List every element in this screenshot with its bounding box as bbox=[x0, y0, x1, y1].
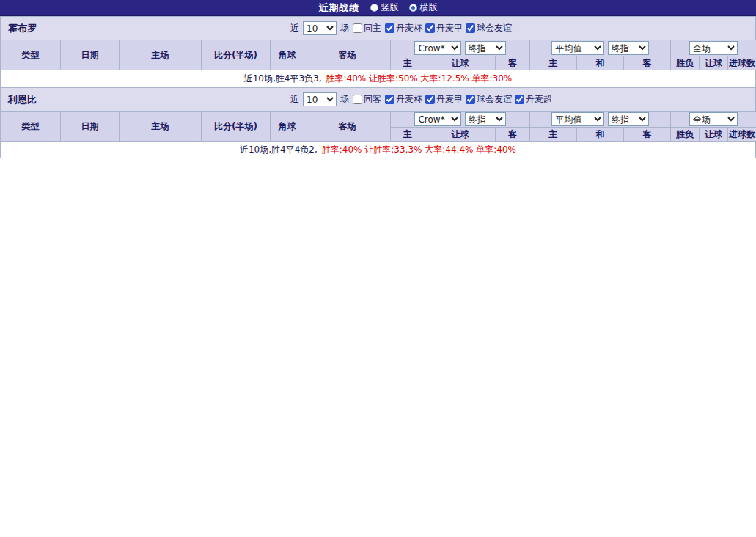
bookmaker-select[interactable]: Crow* bbox=[414, 112, 461, 126]
same-venue-checkbox[interactable] bbox=[353, 23, 362, 33]
table-head: 类型 日期 主场 比分(半场) 角球 客场 Crow* 终指 平均值 终指 全场 bbox=[1, 112, 756, 142]
column-header-date: 日期 bbox=[61, 40, 120, 70]
subcol-goals: 进球数 bbox=[728, 128, 756, 142]
league-filter[interactable]: 丹麦杯 bbox=[385, 22, 422, 34]
same-venue-filter[interactable]: 同主 bbox=[353, 22, 381, 34]
league-filter[interactable]: 丹麦甲 bbox=[425, 22, 463, 34]
league-label: 丹麦甲 bbox=[436, 93, 463, 106]
league-checkbox[interactable] bbox=[385, 95, 394, 104]
odds-stage-select[interactable]: 终指 bbox=[465, 112, 506, 126]
subcol-ah-line: 让球 bbox=[425, 56, 496, 70]
match-count-select[interactable]: 10 bbox=[303, 92, 337, 106]
league-filter[interactable]: 丹麦杯 bbox=[385, 93, 422, 106]
subcol-ah-away: 客 bbox=[496, 128, 530, 142]
subcol-result: 胜负 bbox=[671, 56, 700, 70]
league-filter[interactable]: 丹麦超 bbox=[515, 93, 552, 106]
subcol-goals: 进球数 bbox=[728, 56, 756, 70]
subcol-eu-draw: 和 bbox=[577, 128, 624, 142]
league-filter[interactable]: 球会友谊 bbox=[466, 93, 512, 106]
subcol-result: 胜负 bbox=[671, 128, 700, 142]
team-name: 利恩比 bbox=[1, 93, 290, 106]
subcol-handicap-result: 让球 bbox=[700, 128, 728, 142]
league-filters: 丹麦杯丹麦甲球会友谊 bbox=[385, 22, 513, 34]
results-table: 类型 日期 主场 比分(半场) 角球 客场 Crow* 终指 平均值 终指 全场 bbox=[0, 40, 756, 70]
odds-stage-select-2[interactable]: 终指 bbox=[608, 112, 649, 126]
subcol-ah-line: 让球 bbox=[425, 128, 496, 142]
subcol-ah-home: 主 bbox=[391, 128, 425, 142]
euro-odds-group-header: 平均值 终指 bbox=[530, 112, 671, 128]
team-section-1: 霍布罗 近 10 场 同主 丹麦杯丹麦甲球会友谊 类型 日期 主场 比分(半场) bbox=[0, 16, 756, 87]
league-checkbox[interactable] bbox=[385, 23, 394, 33]
odds-stage-select[interactable]: 终指 bbox=[465, 41, 506, 55]
subcol-ah-home: 主 bbox=[391, 56, 425, 70]
summary-rates: 胜率:40% 让胜率:50% 大率:12.5% 单率:30% bbox=[326, 73, 513, 85]
summary-line: 近10场,胜4平3负3, 胜率:40% 让胜率:50% 大率:12.5% 单率:… bbox=[0, 70, 756, 87]
league-label: 丹麦超 bbox=[526, 93, 552, 106]
subcol-ah-away: 客 bbox=[496, 56, 530, 70]
section-header-bar: 霍布罗 近 10 场 同主 丹麦杯丹麦甲球会友谊 bbox=[0, 16, 756, 40]
column-header-home: 主场 bbox=[120, 112, 202, 142]
games-label: 场 bbox=[340, 93, 349, 106]
same-venue-checkbox[interactable] bbox=[353, 95, 362, 104]
league-label: 球会友谊 bbox=[477, 22, 512, 34]
league-label: 丹麦甲 bbox=[436, 22, 463, 34]
summary-record: 近10场,胜4平4负2, bbox=[240, 144, 318, 156]
column-header-score: 比分(半场) bbox=[202, 112, 271, 142]
summary-record: 近10场,胜4平3负3, bbox=[244, 73, 322, 85]
league-checkbox[interactable] bbox=[515, 95, 524, 104]
column-header-corners: 角球 bbox=[271, 112, 304, 142]
filters-bar: 近 10 场 同客 丹麦杯丹麦甲球会友谊丹麦超 bbox=[290, 92, 554, 106]
team-name: 霍布罗 bbox=[1, 22, 290, 35]
subcol-eu-home: 主 bbox=[530, 128, 577, 142]
header-row-groups: 类型 日期 主场 比分(半场) 角球 客场 Crow* 终指 平均值 终指 全场 bbox=[1, 112, 756, 128]
average-select[interactable]: 平均值 bbox=[551, 112, 604, 126]
league-label: 球会友谊 bbox=[477, 93, 512, 106]
match-count-select[interactable]: 10 bbox=[303, 21, 337, 35]
radio-label: 横版 bbox=[420, 1, 438, 14]
scope-select[interactable]: 全场 bbox=[689, 41, 738, 55]
radio-icon bbox=[409, 4, 417, 12]
euro-odds-group-header: 平均值 终指 bbox=[530, 40, 671, 56]
league-checkbox[interactable] bbox=[466, 23, 475, 33]
column-header-away: 客场 bbox=[304, 112, 391, 142]
subcol-eu-away: 客 bbox=[624, 56, 671, 70]
table-head: 类型 日期 主场 比分(半场) 角球 客场 Crow* 终指 平均值 终指 全场 bbox=[1, 40, 756, 70]
header-row-groups: 类型 日期 主场 比分(半场) 角球 客场 Crow* 终指 平均值 终指 全场 bbox=[1, 40, 756, 56]
subcol-eu-draw: 和 bbox=[577, 56, 624, 70]
column-header-score: 比分(半场) bbox=[202, 40, 271, 70]
league-filter[interactable]: 球会友谊 bbox=[466, 22, 512, 34]
league-label: 丹麦杯 bbox=[396, 93, 422, 106]
same-venue-filter[interactable]: 同客 bbox=[353, 93, 381, 106]
column-header-home: 主场 bbox=[120, 40, 202, 70]
near-label: 近 bbox=[290, 93, 299, 106]
league-filter[interactable]: 丹麦甲 bbox=[425, 93, 463, 106]
page-title: 近期战绩 bbox=[319, 1, 360, 15]
asian-odds-group-header: Crow* 终指 bbox=[391, 112, 530, 128]
layout-option-horizontal[interactable]: 横版 bbox=[409, 1, 438, 14]
scope-group-header: 全场 bbox=[671, 112, 756, 128]
odds-stage-select-2[interactable]: 终指 bbox=[608, 41, 649, 55]
league-checkbox[interactable] bbox=[466, 95, 475, 104]
column-header-away: 客场 bbox=[304, 40, 391, 70]
league-filters: 丹麦杯丹麦甲球会友谊丹麦超 bbox=[385, 93, 554, 106]
average-select[interactable]: 平均值 bbox=[551, 41, 604, 55]
subcol-eu-away: 客 bbox=[624, 128, 671, 142]
radio-icon bbox=[370, 4, 378, 12]
same-venue-label: 同主 bbox=[364, 22, 381, 34]
subcol-handicap-result: 让球 bbox=[700, 56, 728, 70]
subcol-eu-home: 主 bbox=[530, 56, 577, 70]
games-label: 场 bbox=[340, 22, 349, 34]
asian-odds-group-header: Crow* 终指 bbox=[391, 40, 530, 56]
section-header-bar: 利恩比 近 10 场 同客 丹麦杯丹麦甲球会友谊丹麦超 bbox=[0, 87, 756, 111]
radio-label: 竖版 bbox=[381, 1, 399, 14]
bookmaker-select[interactable]: Crow* bbox=[414, 41, 461, 55]
layout-option-vertical[interactable]: 竖版 bbox=[370, 1, 399, 14]
summary-rates: 胜率:40% 让胜率:33.3% 大率:44.4% 单率:40% bbox=[322, 144, 516, 156]
column-header-type: 类型 bbox=[1, 40, 61, 70]
league-checkbox[interactable] bbox=[425, 95, 435, 104]
title-bar: 近期战绩 竖版 横版 bbox=[0, 0, 756, 16]
near-label: 近 bbox=[290, 22, 299, 34]
league-checkbox[interactable] bbox=[425, 23, 435, 33]
column-header-corners: 角球 bbox=[271, 40, 304, 70]
scope-select[interactable]: 全场 bbox=[689, 112, 738, 126]
